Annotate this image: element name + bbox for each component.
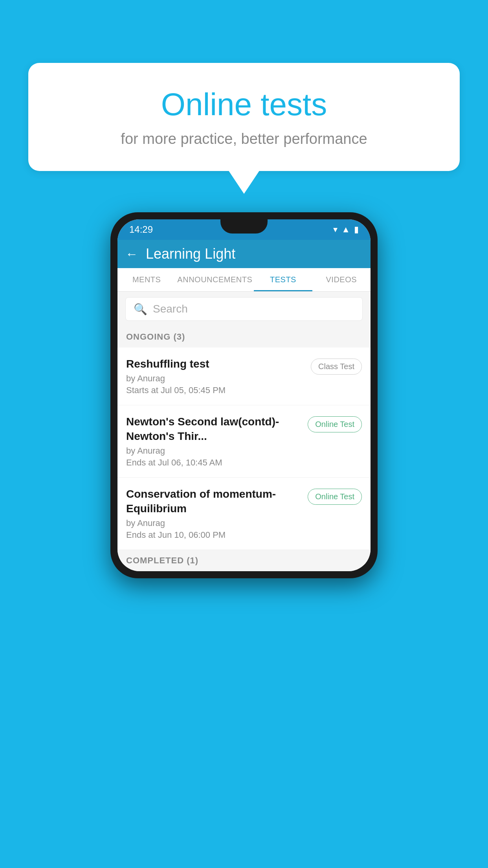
- phone-screen: 14:29 ▾ ▲ ▮ ← Learning Light MENTS ANNOU…: [117, 219, 371, 571]
- signal-icon: ▲: [341, 224, 350, 235]
- test-info-newtons: Newton's Second law(contd)-Newton's Thir…: [126, 415, 308, 468]
- completed-label: COMPLETED (1): [126, 555, 198, 565]
- tab-ments[interactable]: MENTS: [117, 268, 176, 291]
- speech-bubble-arrow: [228, 170, 260, 194]
- tabs-bar: MENTS ANNOUNCEMENTS TESTS VIDEOS: [117, 268, 371, 292]
- test-date-conservation: Ends at Jun 10, 06:00 PM: [126, 530, 301, 540]
- back-button[interactable]: ←: [125, 247, 138, 261]
- status-time: 14:29: [129, 224, 153, 235]
- test-name-reshuffling: Reshuffling test: [126, 357, 305, 371]
- tab-tests[interactable]: TESTS: [254, 268, 312, 291]
- test-item-conservation[interactable]: Conservation of momentum-Equilibrium by …: [117, 478, 371, 550]
- battery-icon: ▮: [354, 224, 359, 235]
- phone-frame: 14:29 ▾ ▲ ▮ ← Learning Light MENTS ANNOU…: [110, 212, 378, 578]
- search-icon: 🔍: [134, 303, 147, 316]
- completed-section-header: COMPLETED (1): [117, 550, 371, 571]
- test-author-conservation: by Anurag: [126, 518, 301, 528]
- test-badge-newtons: Online Test: [308, 416, 362, 432]
- test-name-conservation: Conservation of momentum-Equilibrium: [126, 487, 301, 516]
- status-bar: 14:29 ▾ ▲ ▮: [117, 219, 371, 240]
- app-title: Learning Light: [146, 246, 235, 262]
- test-name-newtons: Newton's Second law(contd)-Newton's Thir…: [126, 415, 301, 443]
- wifi-icon: ▾: [333, 224, 338, 235]
- ongoing-section-header: ONGOING (3): [117, 326, 371, 348]
- speech-bubble-subtitle: for more practice, better performance: [60, 131, 428, 147]
- test-author-newtons: by Anurag: [126, 446, 301, 456]
- ongoing-label: ONGOING (3): [126, 332, 185, 342]
- test-date-newtons: Ends at Jul 06, 10:45 AM: [126, 458, 301, 468]
- tests-list: Reshuffling test by Anurag Starts at Jul…: [117, 348, 371, 550]
- speech-bubble-title: Online tests: [60, 86, 428, 123]
- app-bar: ← Learning Light: [117, 240, 371, 268]
- tab-videos[interactable]: VIDEOS: [312, 268, 371, 291]
- tab-announcements[interactable]: ANNOUNCEMENTS: [176, 268, 254, 291]
- status-icons: ▾ ▲ ▮: [333, 224, 359, 235]
- test-date-reshuffling: Starts at Jul 05, 05:45 PM: [126, 385, 305, 395]
- test-badge-conservation: Online Test: [308, 489, 362, 505]
- search-placeholder: Search: [153, 303, 188, 315]
- test-author-reshuffling: by Anurag: [126, 373, 305, 384]
- test-badge-reshuffling: Class Test: [311, 359, 362, 375]
- test-item-reshuffling[interactable]: Reshuffling test by Anurag Starts at Jul…: [117, 348, 371, 405]
- search-bar[interactable]: 🔍 Search: [125, 297, 363, 321]
- search-container: 🔍 Search: [117, 292, 371, 326]
- test-info-reshuffling: Reshuffling test by Anurag Starts at Jul…: [126, 357, 311, 395]
- test-info-conservation: Conservation of momentum-Equilibrium by …: [126, 487, 308, 540]
- promo-speech-bubble: Online tests for more practice, better p…: [28, 63, 460, 194]
- test-item-newtons[interactable]: Newton's Second law(contd)-Newton's Thir…: [117, 405, 371, 478]
- phone-mockup: 14:29 ▾ ▲ ▮ ← Learning Light MENTS ANNOU…: [110, 212, 378, 578]
- speech-bubble-box: Online tests for more practice, better p…: [28, 63, 460, 171]
- phone-notch: [220, 219, 268, 234]
